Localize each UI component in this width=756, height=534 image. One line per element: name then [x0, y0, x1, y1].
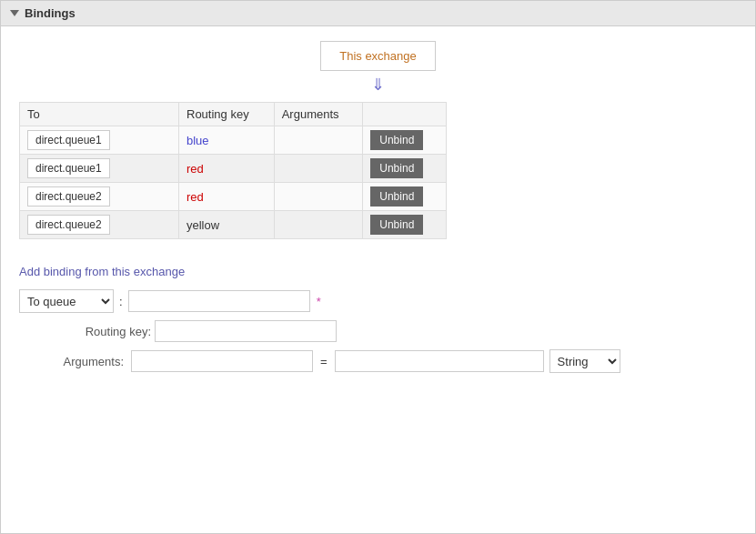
col-arguments: Arguments [274, 103, 363, 126]
unbind-button[interactable]: Unbind [370, 130, 423, 150]
routing-key-input[interactable] [155, 320, 337, 342]
unbind-button[interactable]: Unbind [370, 158, 423, 178]
arguments-key-input[interactable] [131, 350, 313, 372]
bindings-panel: Bindings This exchange ⇓ To Routing key … [0, 0, 756, 534]
queue-link[interactable]: direct.queue2 [27, 215, 110, 235]
to-queue-row: To queue To exchange : * [19, 289, 737, 313]
table-row-to-3: direct.queue2 [20, 211, 179, 239]
required-star: * [317, 295, 321, 308]
col-to: To [20, 103, 179, 126]
add-binding-section: Add binding from this exchange To queue … [19, 265, 737, 373]
arguments-row: Arguments: = String Number Boolean List [19, 349, 737, 373]
to-queue-select[interactable]: To queue To exchange [19, 289, 114, 313]
bindings-table: To Routing key Arguments direct.queue1bl… [19, 102, 447, 239]
table-row-rk-0: blue [179, 126, 275, 155]
table-row-unbind-2: Unbind [363, 183, 447, 211]
table-row-to-0: direct.queue1 [20, 126, 179, 155]
col-routing-key: Routing key [179, 103, 275, 126]
queue-link[interactable]: direct.queue1 [27, 130, 110, 150]
table-row-to-2: direct.queue2 [20, 183, 179, 211]
table-row-rk-2: red [179, 183, 275, 211]
panel-title: Bindings [25, 6, 76, 20]
col-action [363, 103, 447, 126]
table-row-unbind-0: Unbind [363, 126, 447, 155]
table-row-args-0 [274, 126, 363, 155]
table-row-args-2 [274, 183, 363, 211]
equals-sign: = [320, 355, 328, 368]
type-select[interactable]: String Number Boolean List [549, 349, 620, 373]
table-row-unbind-1: Unbind [363, 155, 447, 183]
table-row-rk-3: yellow [179, 211, 275, 239]
arrow-down-icon: ⇓ [371, 76, 385, 93]
arguments-val-input[interactable] [335, 350, 544, 372]
panel-header: Bindings [1, 1, 755, 26]
colon-label: : [119, 295, 123, 308]
table-row-unbind-3: Unbind [363, 211, 447, 239]
table-row-rk-1: red [179, 155, 275, 183]
table-row-to-1: direct.queue1 [20, 155, 179, 183]
add-binding-title: Add binding from this exchange [19, 265, 737, 278]
table-row-args-1 [274, 155, 363, 183]
table-row-args-3 [274, 211, 363, 239]
collapse-icon[interactable] [10, 10, 19, 16]
queue-link[interactable]: direct.queue1 [27, 158, 110, 178]
to-queue-input[interactable] [128, 290, 310, 312]
routing-key-row: Routing key: [19, 320, 737, 342]
exchange-box: This exchange [320, 41, 436, 71]
queue-link[interactable]: direct.queue2 [27, 186, 110, 207]
arguments-label: Arguments: [19, 355, 124, 368]
exchange-box-wrapper: This exchange ⇓ [19, 41, 737, 93]
panel-body: This exchange ⇓ To Routing key Arguments… [1, 26, 755, 398]
routing-key-label: Routing key: [19, 325, 151, 338]
unbind-button[interactable]: Unbind [370, 215, 423, 235]
exchange-box-label: This exchange [339, 49, 417, 63]
unbind-button[interactable]: Unbind [370, 186, 423, 207]
